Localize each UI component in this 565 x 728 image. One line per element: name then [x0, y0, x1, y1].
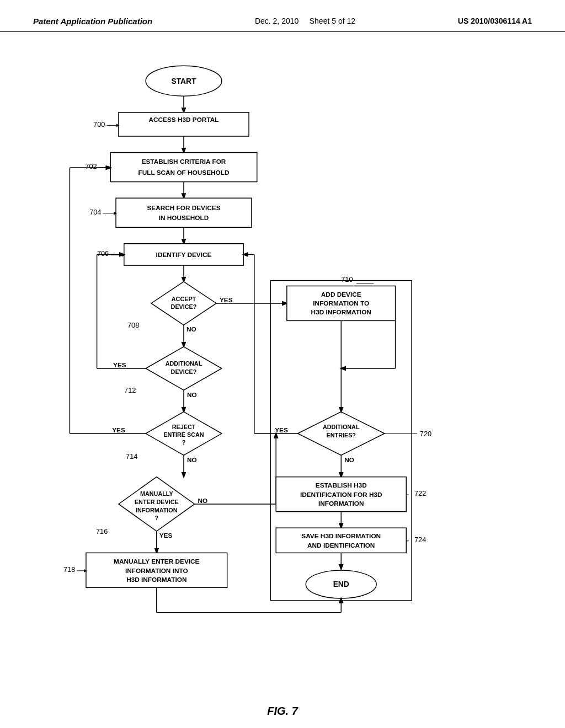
svg-text:YES: YES [220, 296, 233, 304]
svg-text:SEARCH FOR DEVICES: SEARCH FOR DEVICES [147, 204, 220, 212]
svg-text:720: 720 [420, 430, 431, 438]
svg-text:ADD DEVICE: ADD DEVICE [321, 291, 361, 298]
svg-text:NO: NO [186, 325, 196, 333]
svg-text:AND IDENTIFICATION: AND IDENTIFICATION [307, 542, 375, 549]
svg-text:712: 712 [124, 386, 136, 394]
svg-text:NO: NO [198, 497, 208, 505]
svg-text:YES: YES [275, 426, 288, 434]
header-sheet: Sheet 5 of 12 [310, 17, 355, 25]
svg-rect-14 [116, 198, 252, 227]
svg-text:H3D INFORMATION: H3D INFORMATION [311, 308, 371, 316]
svg-text:INFORMATION: INFORMATION [318, 500, 364, 507]
header-date: Dec. 2, 2010 [255, 17, 299, 25]
svg-text:710: 710 [341, 275, 353, 283]
svg-text:ESTABLISH CRITERIA FOR: ESTABLISH CRITERIA FOR [142, 158, 226, 165]
svg-text:DEVICE?: DEVICE? [171, 368, 197, 375]
svg-text:YES: YES [113, 361, 126, 369]
svg-text:NO: NO [344, 456, 354, 464]
page: Patent Application Publication Dec. 2, 2… [0, 0, 565, 728]
svg-text:700: 700 [93, 120, 105, 129]
svg-text:YES: YES [159, 532, 173, 539]
svg-text:H3D INFORMATION: H3D INFORMATION [126, 576, 186, 584]
svg-text:ADDITIONAL: ADDITIONAL [166, 360, 202, 367]
header-date-sheet: Dec. 2, 2010 Sheet 5 of 12 [255, 17, 355, 25]
svg-text:INFORMATION: INFORMATION [136, 507, 178, 513]
svg-text:ACCEPT: ACCEPT [172, 296, 196, 302]
flowchart-diagram: START ACCESS H3D PORTAL 700 ESTABLISH CR… [0, 38, 565, 699]
svg-text:FULL SCAN OF HOUSEHOLD: FULL SCAN OF HOUSEHOLD [138, 169, 230, 176]
header-patent-number: US 2010/0306114 A1 [458, 17, 532, 25]
svg-text:MANUALLY: MANUALLY [140, 490, 173, 497]
svg-text:ADDITIONAL: ADDITIONAL [323, 424, 360, 430]
figure-label: FIG. 7 [0, 705, 565, 728]
svg-text:708: 708 [127, 321, 139, 329]
header-publication-label: Patent Application Publication [33, 17, 152, 26]
svg-text:IDENTIFY DEVICE: IDENTIFY DEVICE [156, 251, 212, 259]
svg-text:IN HOUSEHOLD: IN HOUSEHOLD [159, 214, 209, 222]
svg-text:ENTIRE  SCAN: ENTIRE SCAN [163, 431, 204, 438]
svg-text:END: END [333, 580, 349, 588]
svg-text:MANUALLY ENTER DEVICE: MANUALLY ENTER DEVICE [114, 558, 199, 565]
svg-text:704: 704 [89, 208, 101, 216]
svg-text:ENTRIES?: ENTRIES? [327, 432, 356, 438]
svg-text:NO: NO [187, 456, 197, 464]
svg-text:706: 706 [97, 249, 109, 258]
svg-text:IDENTIFICATION FOR H3D: IDENTIFICATION FOR H3D [300, 491, 382, 499]
svg-text:INFORMATION TO: INFORMATION TO [313, 299, 369, 307]
svg-text:714: 714 [126, 452, 137, 461]
svg-text:?: ? [154, 515, 158, 521]
svg-text:718: 718 [63, 565, 75, 574]
svg-text:START: START [172, 77, 196, 85]
svg-text:ENTER DEVICE: ENTER DEVICE [135, 499, 179, 505]
svg-text:DEVICE?: DEVICE? [171, 303, 197, 310]
svg-text:702: 702 [85, 162, 97, 170]
svg-text:YES: YES [112, 426, 125, 434]
svg-rect-8 [110, 153, 257, 182]
svg-text:?: ? [182, 439, 186, 446]
page-header: Patent Application Publication Dec. 2, 2… [0, 0, 565, 32]
svg-text:NO: NO [187, 391, 197, 399]
svg-text:REJECT: REJECT [172, 424, 196, 430]
svg-text:ESTABLISH H3D: ESTABLISH H3D [316, 481, 367, 489]
svg-text:SAVE H3D INFORMATION: SAVE H3D INFORMATION [301, 532, 381, 540]
svg-text:722: 722 [414, 489, 426, 497]
svg-text:724: 724 [414, 536, 426, 544]
svg-text:716: 716 [96, 527, 108, 536]
svg-text:INFORMATION INTO: INFORMATION INTO [125, 567, 188, 575]
svg-text:ACCESS H3D PORTAL: ACCESS H3D PORTAL [149, 116, 219, 124]
